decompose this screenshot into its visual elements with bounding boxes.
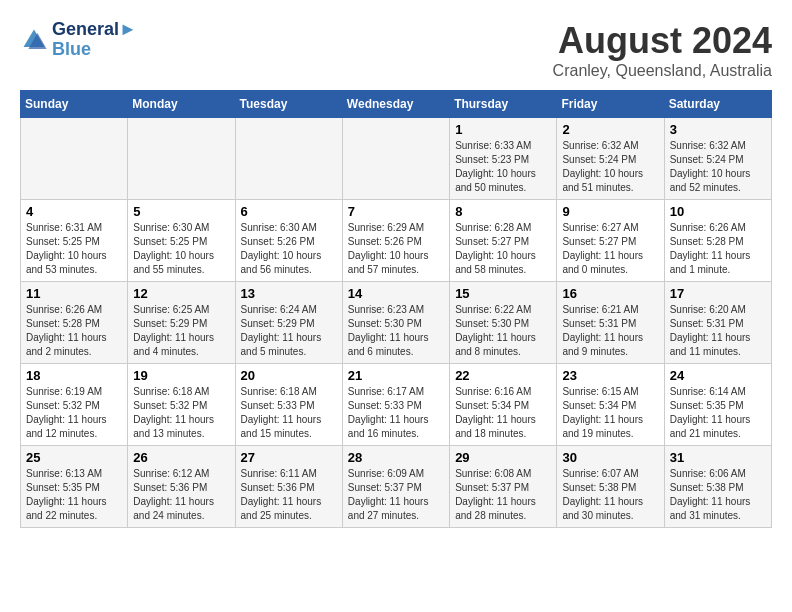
- day-number: 10: [670, 204, 766, 219]
- column-header-tuesday: Tuesday: [235, 91, 342, 118]
- calendar-cell: 22Sunrise: 6:16 AMSunset: 5:34 PMDayligh…: [450, 364, 557, 446]
- calendar-table: SundayMondayTuesdayWednesdayThursdayFrid…: [20, 90, 772, 528]
- column-header-wednesday: Wednesday: [342, 91, 449, 118]
- day-number: 1: [455, 122, 551, 137]
- cell-content: Sunrise: 6:09 AMSunset: 5:37 PMDaylight:…: [348, 467, 444, 523]
- calendar-cell: [235, 118, 342, 200]
- cell-content: Sunrise: 6:28 AMSunset: 5:27 PMDaylight:…: [455, 221, 551, 277]
- cell-content: Sunrise: 6:32 AMSunset: 5:24 PMDaylight:…: [562, 139, 658, 195]
- cell-content: Sunrise: 6:18 AMSunset: 5:33 PMDaylight:…: [241, 385, 337, 441]
- week-row-1: 1Sunrise: 6:33 AMSunset: 5:23 PMDaylight…: [21, 118, 772, 200]
- day-number: 2: [562, 122, 658, 137]
- day-number: 20: [241, 368, 337, 383]
- day-number: 22: [455, 368, 551, 383]
- day-number: 6: [241, 204, 337, 219]
- calendar-cell: 16Sunrise: 6:21 AMSunset: 5:31 PMDayligh…: [557, 282, 664, 364]
- day-number: 15: [455, 286, 551, 301]
- cell-content: Sunrise: 6:25 AMSunset: 5:29 PMDaylight:…: [133, 303, 229, 359]
- day-number: 11: [26, 286, 122, 301]
- day-number: 29: [455, 450, 551, 465]
- calendar-cell: 21Sunrise: 6:17 AMSunset: 5:33 PMDayligh…: [342, 364, 449, 446]
- column-header-thursday: Thursday: [450, 91, 557, 118]
- day-number: 28: [348, 450, 444, 465]
- header: General► Blue August 2024 Cranley, Queen…: [20, 20, 772, 80]
- week-row-4: 18Sunrise: 6:19 AMSunset: 5:32 PMDayligh…: [21, 364, 772, 446]
- calendar-cell: 4Sunrise: 6:31 AMSunset: 5:25 PMDaylight…: [21, 200, 128, 282]
- subtitle: Cranley, Queensland, Australia: [553, 62, 772, 80]
- calendar-cell: 17Sunrise: 6:20 AMSunset: 5:31 PMDayligh…: [664, 282, 771, 364]
- cell-content: Sunrise: 6:16 AMSunset: 5:34 PMDaylight:…: [455, 385, 551, 441]
- day-number: 7: [348, 204, 444, 219]
- calendar-cell: [128, 118, 235, 200]
- day-number: 23: [562, 368, 658, 383]
- day-number: 3: [670, 122, 766, 137]
- day-number: 17: [670, 286, 766, 301]
- cell-content: Sunrise: 6:23 AMSunset: 5:30 PMDaylight:…: [348, 303, 444, 359]
- day-number: 24: [670, 368, 766, 383]
- calendar-cell: 7Sunrise: 6:29 AMSunset: 5:26 PMDaylight…: [342, 200, 449, 282]
- calendar-cell: 26Sunrise: 6:12 AMSunset: 5:36 PMDayligh…: [128, 446, 235, 528]
- logo-text: General► Blue: [52, 20, 137, 60]
- calendar-cell: 18Sunrise: 6:19 AMSunset: 5:32 PMDayligh…: [21, 364, 128, 446]
- header-row: SundayMondayTuesdayWednesdayThursdayFrid…: [21, 91, 772, 118]
- cell-content: Sunrise: 6:11 AMSunset: 5:36 PMDaylight:…: [241, 467, 337, 523]
- day-number: 12: [133, 286, 229, 301]
- week-row-3: 11Sunrise: 6:26 AMSunset: 5:28 PMDayligh…: [21, 282, 772, 364]
- cell-content: Sunrise: 6:30 AMSunset: 5:26 PMDaylight:…: [241, 221, 337, 277]
- cell-content: Sunrise: 6:18 AMSunset: 5:32 PMDaylight:…: [133, 385, 229, 441]
- calendar-cell: 8Sunrise: 6:28 AMSunset: 5:27 PMDaylight…: [450, 200, 557, 282]
- column-header-monday: Monday: [128, 91, 235, 118]
- logo-icon: [20, 26, 48, 54]
- calendar-cell: 3Sunrise: 6:32 AMSunset: 5:24 PMDaylight…: [664, 118, 771, 200]
- calendar-cell: 28Sunrise: 6:09 AMSunset: 5:37 PMDayligh…: [342, 446, 449, 528]
- calendar-cell: 1Sunrise: 6:33 AMSunset: 5:23 PMDaylight…: [450, 118, 557, 200]
- calendar-cell: 14Sunrise: 6:23 AMSunset: 5:30 PMDayligh…: [342, 282, 449, 364]
- day-number: 25: [26, 450, 122, 465]
- cell-content: Sunrise: 6:22 AMSunset: 5:30 PMDaylight:…: [455, 303, 551, 359]
- calendar-cell: 15Sunrise: 6:22 AMSunset: 5:30 PMDayligh…: [450, 282, 557, 364]
- cell-content: Sunrise: 6:07 AMSunset: 5:38 PMDaylight:…: [562, 467, 658, 523]
- cell-content: Sunrise: 6:19 AMSunset: 5:32 PMDaylight:…: [26, 385, 122, 441]
- column-header-friday: Friday: [557, 91, 664, 118]
- cell-content: Sunrise: 6:24 AMSunset: 5:29 PMDaylight:…: [241, 303, 337, 359]
- cell-content: Sunrise: 6:17 AMSunset: 5:33 PMDaylight:…: [348, 385, 444, 441]
- calendar-cell: 11Sunrise: 6:26 AMSunset: 5:28 PMDayligh…: [21, 282, 128, 364]
- day-number: 27: [241, 450, 337, 465]
- cell-content: Sunrise: 6:26 AMSunset: 5:28 PMDaylight:…: [26, 303, 122, 359]
- calendar-cell: 12Sunrise: 6:25 AMSunset: 5:29 PMDayligh…: [128, 282, 235, 364]
- cell-content: Sunrise: 6:21 AMSunset: 5:31 PMDaylight:…: [562, 303, 658, 359]
- calendar-cell: 6Sunrise: 6:30 AMSunset: 5:26 PMDaylight…: [235, 200, 342, 282]
- cell-content: Sunrise: 6:26 AMSunset: 5:28 PMDaylight:…: [670, 221, 766, 277]
- column-header-sunday: Sunday: [21, 91, 128, 118]
- calendar-cell: 9Sunrise: 6:27 AMSunset: 5:27 PMDaylight…: [557, 200, 664, 282]
- calendar-cell: 2Sunrise: 6:32 AMSunset: 5:24 PMDaylight…: [557, 118, 664, 200]
- cell-content: Sunrise: 6:32 AMSunset: 5:24 PMDaylight:…: [670, 139, 766, 195]
- calendar-cell: [21, 118, 128, 200]
- calendar-cell: 31Sunrise: 6:06 AMSunset: 5:38 PMDayligh…: [664, 446, 771, 528]
- day-number: 30: [562, 450, 658, 465]
- day-number: 31: [670, 450, 766, 465]
- calendar-cell: 30Sunrise: 6:07 AMSunset: 5:38 PMDayligh…: [557, 446, 664, 528]
- day-number: 8: [455, 204, 551, 219]
- day-number: 5: [133, 204, 229, 219]
- calendar-cell: [342, 118, 449, 200]
- calendar-cell: 29Sunrise: 6:08 AMSunset: 5:37 PMDayligh…: [450, 446, 557, 528]
- day-number: 9: [562, 204, 658, 219]
- cell-content: Sunrise: 6:29 AMSunset: 5:26 PMDaylight:…: [348, 221, 444, 277]
- day-number: 14: [348, 286, 444, 301]
- title-section: August 2024 Cranley, Queensland, Austral…: [553, 20, 772, 80]
- day-number: 16: [562, 286, 658, 301]
- calendar-cell: 24Sunrise: 6:14 AMSunset: 5:35 PMDayligh…: [664, 364, 771, 446]
- cell-content: Sunrise: 6:27 AMSunset: 5:27 PMDaylight:…: [562, 221, 658, 277]
- day-number: 19: [133, 368, 229, 383]
- calendar-cell: 10Sunrise: 6:26 AMSunset: 5:28 PMDayligh…: [664, 200, 771, 282]
- cell-content: Sunrise: 6:12 AMSunset: 5:36 PMDaylight:…: [133, 467, 229, 523]
- cell-content: Sunrise: 6:20 AMSunset: 5:31 PMDaylight:…: [670, 303, 766, 359]
- day-number: 13: [241, 286, 337, 301]
- day-number: 21: [348, 368, 444, 383]
- week-row-2: 4Sunrise: 6:31 AMSunset: 5:25 PMDaylight…: [21, 200, 772, 282]
- calendar-cell: 25Sunrise: 6:13 AMSunset: 5:35 PMDayligh…: [21, 446, 128, 528]
- cell-content: Sunrise: 6:14 AMSunset: 5:35 PMDaylight:…: [670, 385, 766, 441]
- cell-content: Sunrise: 6:15 AMSunset: 5:34 PMDaylight:…: [562, 385, 658, 441]
- calendar-cell: 13Sunrise: 6:24 AMSunset: 5:29 PMDayligh…: [235, 282, 342, 364]
